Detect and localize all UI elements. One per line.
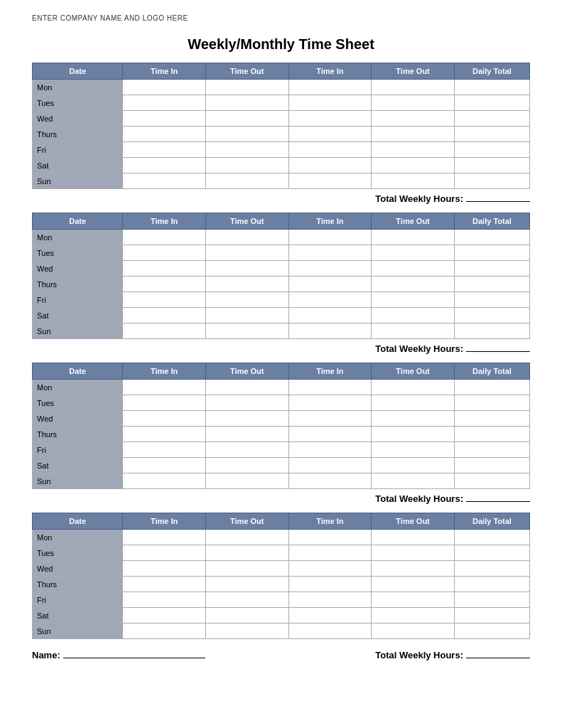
table-row: Tues [33, 545, 530, 561]
header-daily-2: Daily Total [454, 213, 529, 230]
week2-total: Total Weekly Hours: [32, 343, 530, 354]
page: ENTER COMPANY NAME AND LOGO HERE Weekly/… [0, 0, 562, 728]
table-row: Sun [33, 173, 530, 189]
week2-table: Date Time In Time Out Time In Time Out D… [32, 213, 530, 339]
day-tues-1: Tues [33, 95, 123, 111]
week3-table: Date Time In Time Out Time In Time Out D… [32, 363, 530, 489]
day-fri-1: Fri [33, 142, 123, 158]
header-timein1-3: Time In [123, 363, 206, 380]
table-row: Fri [33, 292, 530, 308]
week3-total-label: Total Weekly Hours: [375, 493, 463, 504]
header-timein1-4: Time In [123, 513, 206, 530]
day-sun-4: Sun [33, 623, 123, 639]
day-wed-3: Wed [33, 411, 123, 427]
day-wed-2: Wed [33, 261, 123, 277]
day-thurs-1: Thurs [33, 127, 123, 142]
day-tues-4: Tues [33, 545, 123, 561]
day-sun-3: Sun [33, 473, 123, 489]
header-daily-4: Daily Total [454, 513, 529, 530]
week1-total-label: Total Weekly Hours: [375, 193, 463, 204]
footer-name-section: Name: [32, 650, 205, 660]
header-timein1-1: Time In [123, 63, 206, 80]
day-tues-2: Tues [33, 245, 123, 261]
table-row: Sun [33, 473, 530, 489]
table-row: Tues [33, 95, 530, 111]
week3-total: Total Weekly Hours: [32, 493, 530, 504]
day-wed-4: Wed [33, 561, 123, 577]
table-row: Mon [33, 230, 530, 245]
day-fri-2: Fri [33, 292, 123, 308]
table-row: Thurs [33, 277, 530, 292]
day-thurs-4: Thurs [33, 577, 123, 592]
table-row: Wed [33, 261, 530, 277]
table-row: Wed [33, 411, 530, 427]
table-row: Thurs [33, 427, 530, 442]
header-date-2: Date [33, 213, 123, 230]
table-row: Sat [33, 158, 530, 173]
table-row: Fri [33, 442, 530, 458]
header-daily-3: Daily Total [454, 363, 529, 380]
footer-total-line[interactable] [466, 658, 530, 658]
day-fri-4: Fri [33, 592, 123, 608]
day-thurs-3: Thurs [33, 427, 123, 442]
header-daily-1: Daily Total [454, 63, 529, 80]
day-tues-3: Tues [33, 395, 123, 411]
table-row: Tues [33, 395, 530, 411]
header-date-3: Date [33, 363, 123, 380]
day-mon-1: Mon [33, 80, 123, 95]
table-row: Sat [33, 308, 530, 323]
header-timein1-2: Time In [123, 213, 206, 230]
page-title: Weekly/Monthly Time Sheet [32, 36, 530, 53]
header-timeout2-3: Time Out [372, 363, 455, 380]
header-timein2-4: Time In [288, 513, 372, 530]
table-row: Fri [33, 592, 530, 608]
day-sat-2: Sat [33, 308, 123, 323]
day-sat-4: Sat [33, 608, 123, 623]
week2-total-label: Total Weekly Hours: [375, 343, 463, 354]
day-wed-1: Wed [33, 111, 123, 127]
footer-name-line[interactable] [63, 658, 205, 658]
table-row: Mon [33, 80, 530, 95]
header-date-1: Date [33, 63, 123, 80]
week2-total-line[interactable] [466, 351, 530, 352]
header-timeout2-1: Time Out [372, 63, 455, 80]
day-mon-2: Mon [33, 230, 123, 245]
day-sat-1: Sat [33, 158, 123, 173]
header-timeout1-3: Time Out [205, 363, 288, 380]
table-row: Sun [33, 623, 530, 639]
footer: Name: Total Weekly Hours: [32, 646, 530, 660]
day-sun-1: Sun [33, 173, 123, 189]
header-timeout1-4: Time Out [205, 513, 288, 530]
table-row: Sat [33, 458, 530, 473]
header-timein2-2: Time In [288, 213, 372, 230]
week1-table: Date Time In Time Out Time In Time Out D… [32, 63, 530, 189]
header-timeout1-2: Time Out [205, 213, 288, 230]
header-timeout1-1: Time Out [205, 63, 288, 80]
table-row: Wed [33, 561, 530, 577]
header-timeout2-2: Time Out [372, 213, 455, 230]
header-date-4: Date [33, 513, 123, 530]
company-header: ENTER COMPANY NAME AND LOGO HERE [32, 14, 530, 22]
day-sun-2: Sun [33, 323, 123, 339]
footer-total-section: Total Weekly Hours: [375, 650, 530, 660]
day-mon-4: Mon [33, 530, 123, 545]
week1-total: Total Weekly Hours: [32, 193, 530, 204]
header-timeout2-4: Time Out [372, 513, 455, 530]
header-timein2-1: Time In [288, 63, 372, 80]
header-timein2-3: Time In [288, 363, 372, 380]
week1-total-line[interactable] [466, 201, 530, 202]
table-row: Mon [33, 530, 530, 545]
table-row: Sun [33, 323, 530, 339]
table-row: Sat [33, 608, 530, 623]
table-row: Thurs [33, 577, 530, 592]
table-row: Wed [33, 111, 530, 127]
week4-table: Date Time In Time Out Time In Time Out D… [32, 513, 530, 639]
day-thurs-2: Thurs [33, 277, 123, 292]
table-row: Thurs [33, 127, 530, 142]
week3-total-line[interactable] [466, 501, 530, 502]
day-sat-3: Sat [33, 458, 123, 473]
footer-name-label: Name: [32, 650, 60, 660]
day-fri-3: Fri [33, 442, 123, 458]
day-mon-3: Mon [33, 380, 123, 395]
table-row: Tues [33, 245, 530, 261]
